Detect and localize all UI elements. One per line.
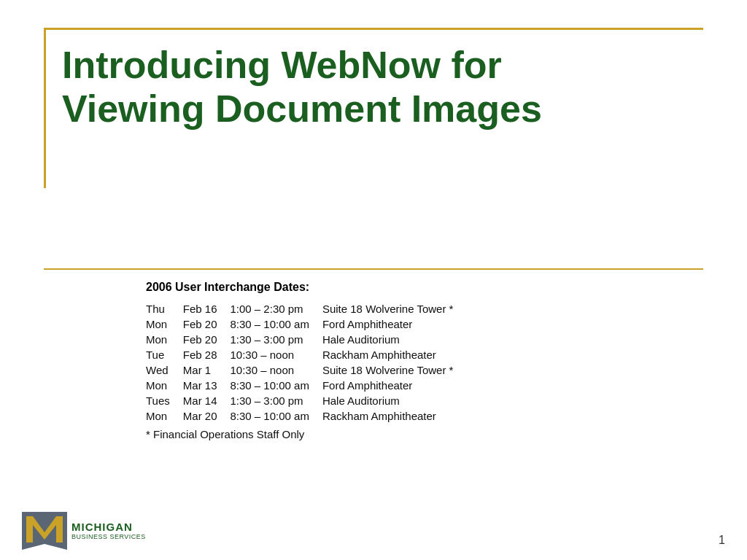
cell-day: Thu <box>146 301 183 316</box>
cell-location: Rackham Amphitheater <box>322 347 467 362</box>
cell-day: Mon <box>146 408 183 424</box>
cell-month: Feb 16 <box>183 301 231 316</box>
cell-day: Mon <box>146 332 183 347</box>
schedule-table: ThuFeb 161:00 – 2:30 pmSuite 18 Wolverin… <box>146 301 466 424</box>
title-line2: Viewing Document Images <box>62 88 542 130</box>
cell-location: Suite 18 Wolverine Tower * <box>322 362 467 378</box>
cell-time: 1:30 – 3:00 pm <box>231 393 322 408</box>
cell-month: Mar 14 <box>183 393 231 408</box>
cell-day: Tues <box>146 393 183 408</box>
cell-time: 1:00 – 2:30 pm <box>231 301 322 316</box>
logo-area: MICHIGAN BUSINESS SERVICES <box>22 512 146 550</box>
logo-business-text: BUSINESS SERVICES <box>71 533 146 540</box>
slide: Introducing WebNow for Viewing Document … <box>0 0 747 560</box>
footnote: * Financial Operations Staff Only <box>146 428 703 440</box>
cell-month: Feb 20 <box>183 332 231 347</box>
cell-time: 8:30 – 10:00 am <box>231 316 322 332</box>
cell-day: Wed <box>146 362 183 378</box>
section-divider <box>44 268 703 270</box>
title-line1: Introducing WebNow for <box>62 44 502 86</box>
cell-location: Ford Amphitheater <box>322 378 467 393</box>
table-row: MonMar 208:30 – 10:00 amRackham Amphithe… <box>146 408 466 424</box>
slide-title: Introducing WebNow for Viewing Document … <box>62 44 703 131</box>
left-border <box>44 28 46 188</box>
table-row: TueFeb 2810:30 – noonRackham Amphitheate… <box>146 347 466 362</box>
table-row: WedMar 110:30 – noonSuite 18 Wolverine T… <box>146 362 466 378</box>
cell-month: Mar 13 <box>183 378 231 393</box>
top-border <box>44 28 703 30</box>
table-row: TuesMar 141:30 – 3:00 pmHale Auditorium <box>146 393 466 408</box>
table-row: MonMar 138:30 – 10:00 amFord Amphitheate… <box>146 378 466 393</box>
cell-time: 8:30 – 10:00 am <box>231 408 322 424</box>
logo-michigan-text: MICHIGAN <box>71 521 146 534</box>
cell-month: Feb 20 <box>183 316 231 332</box>
cell-location: Rackham Amphitheater <box>322 408 467 424</box>
cell-time: 10:30 – noon <box>231 347 322 362</box>
m-logo-icon <box>22 512 67 550</box>
cell-location: Hale Auditorium <box>322 332 467 347</box>
logo-text-area: MICHIGAN BUSINESS SERVICES <box>71 521 146 541</box>
cell-month: Mar 20 <box>183 408 231 424</box>
cell-day: Mon <box>146 378 183 393</box>
table-row: MonFeb 201:30 – 3:00 pm Hale Auditorium <box>146 332 466 347</box>
cell-time: 8:30 – 10:00 am <box>231 378 322 393</box>
cell-location: Suite 18 Wolverine Tower * <box>322 301 467 316</box>
cell-time: 1:30 – 3:00 pm <box>231 332 322 347</box>
table-row: ThuFeb 161:00 – 2:30 pmSuite 18 Wolverin… <box>146 301 466 316</box>
cell-location: Hale Auditorium <box>322 393 467 408</box>
cell-month: Feb 28 <box>183 347 231 362</box>
section-title: 2006 User Interchange Dates: <box>146 281 703 294</box>
cell-time: 10:30 – noon <box>231 362 322 378</box>
cell-location: Ford Amphitheater <box>322 316 467 332</box>
table-row: MonFeb 208:30 – 10:00 am Ford Amphitheat… <box>146 316 466 332</box>
title-area: Introducing WebNow for Viewing Document … <box>62 44 703 131</box>
cell-month: Mar 1 <box>183 362 231 378</box>
cell-day: Mon <box>146 316 183 332</box>
content-area: 2006 User Interchange Dates: ThuFeb 161:… <box>146 281 703 440</box>
cell-day: Tue <box>146 347 183 362</box>
page-number: 1 <box>719 534 725 547</box>
